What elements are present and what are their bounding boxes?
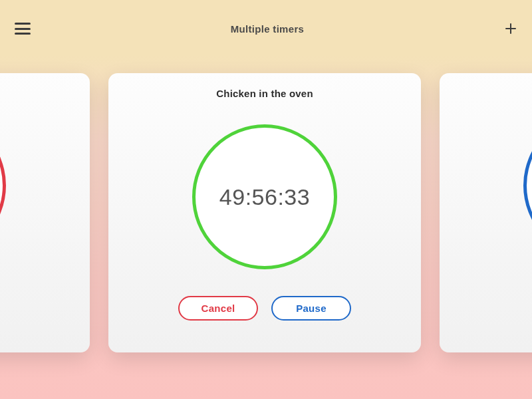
top-bar: Multiple timers xyxy=(0,0,532,57)
timer-card[interactable]: C xyxy=(440,73,532,352)
timer-ring xyxy=(0,109,10,262)
page-title: Multiple timers xyxy=(231,23,304,35)
progress-ring xyxy=(0,113,6,258)
timer-ring: 49:56:33 xyxy=(188,120,341,273)
progress-ring: 49:56:33 xyxy=(192,124,337,269)
pause-button[interactable]: Pause xyxy=(271,296,351,321)
timer-ring xyxy=(519,109,532,262)
cancel-button[interactable]: Cancel xyxy=(178,296,258,321)
timer-time: 49:56:33 xyxy=(219,184,310,210)
timer-cards-row: Chicken in the oven 49:56:33 Cancel Paus… xyxy=(0,73,532,352)
timer-title: Chicken in the oven xyxy=(216,88,313,99)
timer-buttons: Cancel Pause xyxy=(178,296,351,321)
timer-card[interactable]: Chicken in the oven 49:56:33 Cancel Paus… xyxy=(108,73,421,352)
progress-ring xyxy=(523,113,532,258)
timer-card[interactable] xyxy=(0,73,90,352)
menu-icon[interactable] xyxy=(15,23,31,35)
add-timer-button[interactable] xyxy=(504,22,517,35)
